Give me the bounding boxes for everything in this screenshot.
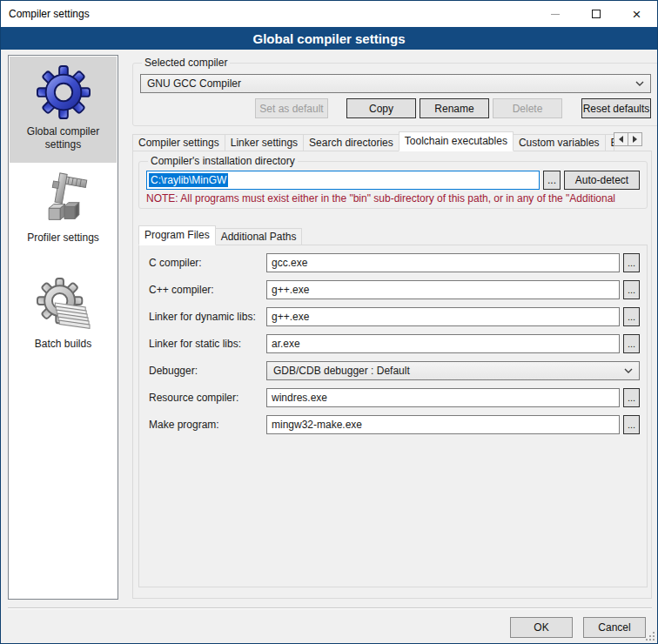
set-as-default-button[interactable]: Set as default — [255, 98, 328, 118]
tab-scroll-left-button[interactable] — [614, 132, 628, 146]
maximize-button[interactable] — [575, 1, 616, 27]
cancel-button[interactable]: Cancel — [583, 617, 646, 638]
static-linker-input[interactable] — [266, 334, 620, 353]
field-row-static-linker: Linker for static libs: ... — [149, 333, 640, 353]
installation-directory-group: Compiler's installation directory C:\ray… — [138, 155, 648, 209]
browse-static-linker-button[interactable]: ... — [623, 334, 640, 353]
field-row-make-program: Make program: ... — [149, 414, 640, 434]
sidebar-item-label: Global compiler settings — [10, 125, 117, 151]
field-row-c-compiler: C compiler: ... — [149, 252, 640, 272]
field-label: C compiler: — [149, 257, 266, 269]
close-icon: × — [633, 7, 641, 22]
subtab-additional-paths[interactable]: Additional Paths — [215, 228, 303, 245]
subtab-program-files[interactable]: Program Files — [138, 225, 216, 245]
settings-tabstrip: Compiler settings Linker settings Search… — [132, 131, 652, 151]
compiler-settings-dialog: Compiler settings × Global compiler sett… — [0, 0, 658, 644]
ok-button[interactable]: OK — [510, 617, 573, 638]
resource-compiler-input[interactable] — [266, 388, 620, 407]
gear-stack-icon — [36, 277, 91, 332]
sidebar-item-label: Profiler settings — [24, 231, 103, 245]
titlebar[interactable]: Compiler settings × — [1, 1, 657, 27]
installation-directory-row: C:\raylib\MinGW ... Auto-detect — [146, 171, 640, 190]
field-row-cpp-compiler: C++ compiler: ... — [149, 279, 640, 299]
caliper-icon — [36, 171, 91, 226]
auto-detect-button[interactable]: Auto-detect — [564, 171, 640, 190]
field-label: Linker for dynamic libs: — [149, 311, 266, 323]
copy-button[interactable]: Copy — [346, 98, 416, 118]
sidebar-item-batch-builds[interactable]: Batch builds — [10, 269, 117, 375]
tab-toolchain-executables[interactable]: Toolchain executables — [399, 131, 514, 151]
page-title: Global compiler settings — [1, 27, 657, 50]
rename-button[interactable]: Rename — [420, 98, 489, 118]
sidebar-item-profiler-settings[interactable]: Profiler settings — [10, 163, 117, 269]
resize-grip[interactable] — [645, 631, 655, 641]
tab-compiler-settings[interactable]: Compiler settings — [132, 134, 225, 151]
browse-install-dir-button[interactable]: ... — [543, 171, 561, 190]
tab-search-directories[interactable]: Search directories — [303, 134, 400, 151]
field-label: Debugger: — [149, 365, 266, 377]
field-row-resource-compiler: Resource compiler: ... — [149, 387, 640, 407]
program-files-panel: C compiler: ... C++ compiler: ... Linker… — [138, 245, 648, 587]
dynamic-linker-input[interactable] — [266, 307, 620, 326]
dialog-body: Global compiler settings — [1, 50, 657, 643]
tab-custom-variables[interactable]: Custom variables — [513, 134, 606, 151]
window-title: Compiler settings — [1, 1, 534, 27]
c-compiler-input[interactable] — [266, 253, 620, 272]
compiler-actions-row: Set as default Copy Rename Delete Reset … — [140, 98, 651, 118]
reset-defaults-button[interactable]: Reset defaults — [581, 98, 651, 118]
sidebar-item-label: Batch builds — [31, 338, 95, 351]
gear-blue-icon — [36, 64, 91, 120]
note-text: NOTE: All programs must exist either in … — [146, 192, 640, 205]
install-dir-selected-text: C:\raylib\MinGW — [149, 173, 228, 187]
field-label: Linker for static libs: — [149, 338, 266, 350]
browse-resource-compiler-button[interactable]: ... — [623, 388, 640, 407]
footer-divider — [8, 607, 652, 609]
field-label: C++ compiler: — [149, 284, 266, 296]
maximize-icon — [592, 10, 601, 18]
tab-scroll-buttons — [614, 132, 642, 146]
debugger-value: GDB/CDB debugger : Default — [273, 365, 619, 377]
tab-scroll-right-button[interactable] — [628, 132, 642, 146]
make-program-input[interactable] — [266, 415, 620, 434]
arrow-right-icon — [633, 136, 637, 143]
close-button[interactable]: × — [616, 1, 657, 27]
programs-subtabstrip: Program Files Additional Paths — [138, 225, 302, 245]
browse-c-compiler-button[interactable]: ... — [623, 253, 640, 272]
chevron-down-icon — [635, 81, 644, 86]
tab-linker-settings[interactable]: Linker settings — [225, 134, 304, 151]
settings-category-list: Global compiler settings — [8, 55, 118, 600]
minimize-button[interactable] — [534, 1, 575, 27]
arrow-left-icon — [619, 136, 623, 143]
installation-directory-legend: Compiler's installation directory — [148, 155, 298, 167]
browse-make-program-button[interactable]: ... — [623, 415, 640, 434]
selected-compiler-group: Selected compiler GNU GCC Compiler Set a… — [132, 57, 658, 126]
install-dir-input[interactable]: C:\raylib\MinGW — [146, 171, 540, 190]
minimize-icon — [551, 14, 560, 15]
field-row-dynamic-linker: Linker for dynamic libs: ... — [149, 306, 640, 326]
delete-button[interactable]: Delete — [493, 98, 562, 118]
debugger-dropdown[interactable]: GDB/CDB debugger : Default — [266, 361, 640, 380]
browse-cpp-compiler-button[interactable]: ... — [623, 280, 640, 299]
selected-compiler-dropdown[interactable]: GNU GCC Compiler — [140, 74, 651, 93]
sidebar-item-global-compiler-settings[interactable]: Global compiler settings — [10, 57, 117, 163]
selected-compiler-legend: Selected compiler — [142, 57, 230, 69]
field-label: Make program: — [149, 419, 266, 431]
field-row-debugger: Debugger: GDB/CDB debugger : Default — [149, 360, 640, 380]
chevron-down-icon — [624, 368, 633, 373]
cpp-compiler-input[interactable] — [266, 280, 620, 299]
field-label: Resource compiler: — [149, 392, 266, 404]
selected-compiler-value: GNU GCC Compiler — [147, 77, 630, 90]
browse-dynamic-linker-button[interactable]: ... — [623, 307, 640, 326]
toolchain-executables-panel: Compiler's installation directory C:\ray… — [132, 151, 652, 599]
